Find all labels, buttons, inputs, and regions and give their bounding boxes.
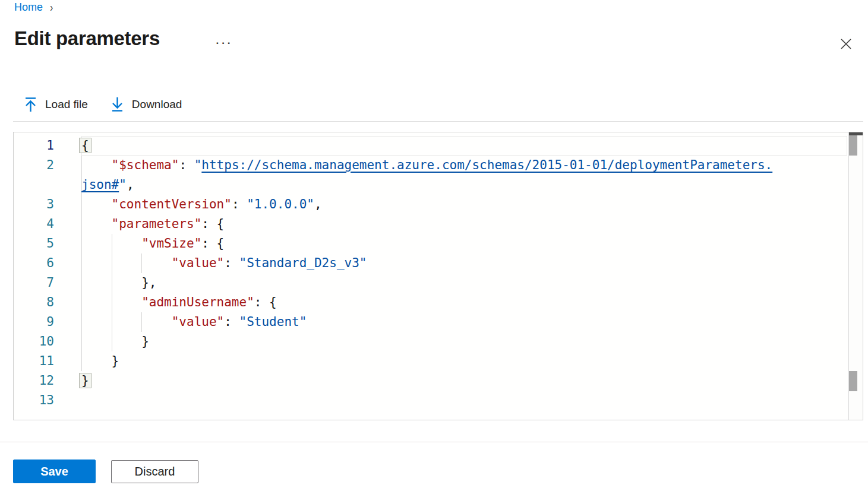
discard-button[interactable]: Discard xyxy=(111,460,198,483)
code-text: json#", xyxy=(81,175,863,195)
code-line[interactable]: 5 "vmSize": { xyxy=(14,234,863,253)
code-text xyxy=(81,391,863,410)
load-file-label: Load file xyxy=(45,98,88,111)
upload-icon xyxy=(24,97,37,112)
code-line[interactable]: 8 "adminUsername": { xyxy=(14,293,863,312)
page-title: Edit parameters xyxy=(14,27,160,50)
code-line[interactable]: 1{ xyxy=(14,136,863,156)
line-number: 5 xyxy=(14,234,81,253)
close-button[interactable] xyxy=(835,33,857,55)
download-button[interactable]: Download xyxy=(109,94,184,115)
code-text: "vmSize": { xyxy=(81,234,863,253)
code-line[interactable]: 6 "value": "Standard_D2s_v3" xyxy=(14,253,863,273)
code-line[interactable]: 13 xyxy=(14,391,863,410)
code-text: "adminUsername": { xyxy=(81,293,863,312)
toolbar-divider xyxy=(13,121,863,122)
code-text: { xyxy=(81,136,863,156)
line-number: 7 xyxy=(14,273,81,293)
breadcrumb: Home › xyxy=(14,1,53,14)
line-number: 3 xyxy=(14,195,81,214)
code-text: "value": "Student" xyxy=(81,312,863,332)
line-number: 9 xyxy=(14,312,81,332)
json-code-editor[interactable]: 1{2 "$schema": "https://schema.managemen… xyxy=(13,132,863,420)
load-file-button[interactable]: Load file xyxy=(23,94,89,115)
code-line[interactable]: 9 "value": "Student" xyxy=(14,312,863,332)
code-line[interactable]: 12} xyxy=(14,371,863,391)
line-number: 2 xyxy=(14,156,81,175)
line-number: 4 xyxy=(14,214,81,234)
scrollbar-thumb[interactable] xyxy=(849,135,857,156)
scrollbar-thumb[interactable] xyxy=(849,371,857,391)
more-options-button[interactable]: ··· xyxy=(213,34,236,52)
code-text: } xyxy=(81,371,863,391)
download-label: Download xyxy=(132,98,182,111)
code-line[interactable]: 4 "parameters": { xyxy=(14,214,863,234)
save-button[interactable]: Save xyxy=(13,460,96,483)
code-text: } xyxy=(81,351,863,371)
code-text: "contentVersion": "1.0.0.0", xyxy=(81,195,863,214)
line-number: 1 xyxy=(14,136,81,156)
code-rows: 1{2 "$schema": "https://schema.managemen… xyxy=(14,132,863,410)
line-number: 10 xyxy=(14,332,81,351)
code-text: "value": "Standard_D2s_v3" xyxy=(81,253,863,273)
code-line[interactable]: 2 "$schema": "https://schema.management.… xyxy=(14,156,863,175)
line-number: 12 xyxy=(14,371,81,391)
footer-divider xyxy=(0,442,868,442)
line-number: 8 xyxy=(14,293,81,312)
line-number: 11 xyxy=(14,351,81,371)
editor-scrollbar xyxy=(848,132,863,420)
breadcrumb-home-link[interactable]: Home xyxy=(14,1,43,14)
code-line[interactable]: 10 } xyxy=(14,332,863,351)
breadcrumb-chevron-icon: › xyxy=(50,1,53,14)
edit-parameters-blade: Home › Edit parameters ··· Load file Do xyxy=(0,0,868,488)
code-line[interactable]: 11 } xyxy=(14,351,863,371)
code-text: }, xyxy=(81,273,863,293)
toolbar: Load file Download xyxy=(23,93,183,116)
close-icon xyxy=(835,33,857,55)
download-icon xyxy=(111,97,124,112)
line-number: 6 xyxy=(14,253,81,273)
code-text: } xyxy=(81,332,863,351)
line-number xyxy=(14,175,81,195)
code-text: "parameters": { xyxy=(81,214,863,234)
line-number: 13 xyxy=(14,391,81,410)
code-line[interactable]: 3 "contentVersion": "1.0.0.0", xyxy=(14,195,863,214)
code-text: "$schema": "https://schema.management.az… xyxy=(81,156,863,175)
code-line[interactable]: json#", xyxy=(14,175,863,195)
code-line[interactable]: 7 }, xyxy=(14,273,863,293)
